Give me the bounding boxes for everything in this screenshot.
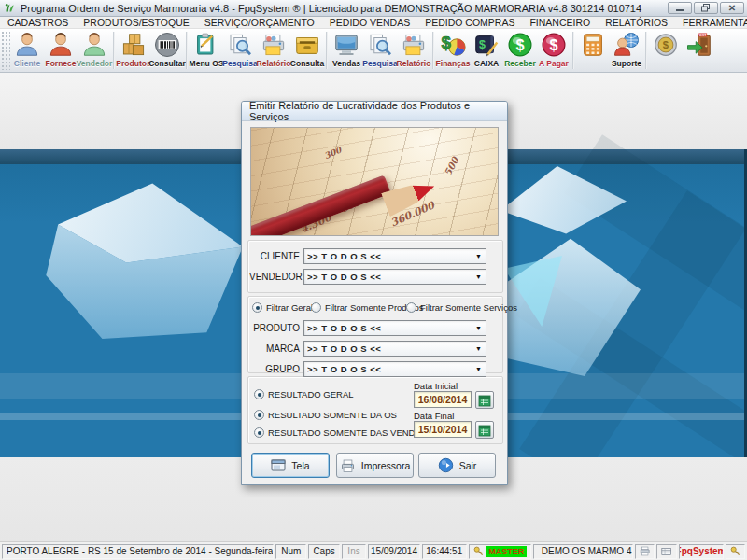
- status-time: 16:44:51: [422, 544, 467, 559]
- toolbar-button-vendedor[interactable]: Vendedor: [78, 29, 111, 72]
- exit-door-icon: EXIT: [685, 31, 713, 59]
- radio-filtrar-geral[interactable]: Filtrar Geral: [252, 302, 313, 313]
- data-inicial-calendar-button[interactable]: [475, 391, 494, 409]
- menu-cadastros[interactable]: CADASTROS: [0, 17, 76, 28]
- key-icon: [473, 546, 484, 556]
- toolbar-label: Cliente: [14, 59, 40, 68]
- toolbar-button-vendas[interactable]: Vendas: [330, 29, 363, 72]
- radio-icon: [254, 427, 264, 438]
- menu-relatorios[interactable]: RELATÓRIOS: [598, 17, 675, 28]
- status-company: DEMO OS MARMO 4.8: [533, 544, 633, 559]
- key-icon: [730, 546, 740, 556]
- toolbar-label: Menu OS: [190, 59, 224, 68]
- toolbar-divider: [326, 32, 328, 69]
- dialog-title-bar[interactable]: Emitir Relatório de Lucratividade dos Pr…: [242, 102, 507, 121]
- cliente-select[interactable]: >> T O D O S << ▼: [303, 248, 486, 264]
- radio-filtrar-somente-servicos[interactable]: Filtrar Somente Serviços: [406, 302, 517, 313]
- window-title: Programa Ordem de Serviço Marmoraria v4.…: [21, 3, 641, 14]
- search-doc-icon: [226, 31, 254, 59]
- status-insert: Ins: [342, 544, 366, 559]
- pay-dollar-icon: $: [540, 31, 568, 59]
- toolbar-button-consulta-os[interactable]: Consulta: [290, 29, 324, 72]
- restore-icon: [701, 4, 711, 12]
- printer-icon: [640, 546, 650, 556]
- toolbar-label: Pesquisa: [222, 59, 257, 68]
- drawer-icon: [293, 31, 321, 59]
- radio-icon: [254, 389, 264, 399]
- toolbar: Cliente Fornece Vendedor: [0, 29, 747, 73]
- close-icon: ✕: [728, 4, 736, 13]
- marca-select[interactable]: >> T O D O S << ▼: [303, 341, 486, 357]
- menu-pedido-vendas[interactable]: PEDIDO VENDAS: [322, 17, 417, 28]
- printer-icon: [340, 458, 356, 473]
- calculator-icon: [579, 31, 607, 59]
- grupo-select[interactable]: >> T O D O S << ▼: [303, 361, 486, 377]
- data-final-input[interactable]: 15/10/2014: [414, 421, 472, 438]
- toolbar-label: Vendas: [332, 59, 360, 68]
- toolbar-button-a-pagar[interactable]: $ A Pagar: [537, 29, 571, 72]
- status-brand: FpqSystem: [679, 544, 724, 559]
- finance-pie-icon: $: [439, 31, 467, 59]
- menu-servico-orcamento[interactable]: SERVIÇO/ORÇAMENTO: [197, 17, 322, 28]
- status-print-button[interactable]: [635, 544, 655, 559]
- toolbar-button-suporte[interactable]: Suporte: [610, 29, 643, 72]
- toolbar-button-receber[interactable]: $ Receber: [503, 29, 537, 72]
- produto-select[interactable]: >> T O D O S << ▼: [303, 320, 486, 336]
- monitor-icon: [332, 31, 360, 59]
- toolbar-button-calculadora[interactable]: [576, 29, 610, 72]
- supplier-person-icon: [47, 31, 75, 59]
- toolbar-button-pesquisa-os[interactable]: Pesquisa: [223, 29, 257, 72]
- seller-person-icon: [80, 31, 108, 59]
- impressora-button[interactable]: Impressora: [336, 453, 414, 478]
- radio-resultado-somente-os[interactable]: RESULTADO SOMENTE DA OS: [254, 410, 397, 420]
- radio-icon: [252, 302, 262, 313]
- toolbar-button-caixa[interactable]: $ CAIXA: [470, 29, 503, 72]
- toolbar-button-pesquisa-vendas[interactable]: Pesquisa: [363, 29, 397, 72]
- radio-resultado-geral[interactable]: RESULTADO GERAL: [254, 389, 354, 399]
- menu-financeiro[interactable]: FINANCEIRO: [522, 17, 598, 28]
- client-person-icon: [13, 31, 41, 59]
- report-printer-icon: [400, 31, 428, 59]
- search-doc-icon: [366, 31, 394, 59]
- menu-pedido-compras[interactable]: PEDIDO COMPRAS: [417, 17, 522, 28]
- form-grid-icon: [661, 547, 671, 556]
- data-inicial-input[interactable]: 16/08/2014: [414, 391, 472, 408]
- toolbar-button-moeda[interactable]: $: [649, 29, 683, 72]
- toolbar-button-menu-os[interactable]: Menu OS: [190, 29, 223, 72]
- vendedor-select[interactable]: >> T O D O S << ▼: [303, 269, 486, 285]
- status-date: 15/09/2014: [368, 544, 420, 559]
- calendar-icon: [478, 394, 491, 407]
- close-button[interactable]: ✕: [720, 2, 744, 14]
- toolbar-button-relatorio-os[interactable]: Relatório: [257, 29, 290, 72]
- toolbar-button-consultar[interactable]: Consultar: [150, 29, 184, 72]
- svg-text:$: $: [442, 33, 452, 52]
- status-num-lock: Num: [275, 544, 306, 559]
- status-location: PORTO ALEGRE - RS 15 de Setembro de 2014…: [2, 544, 274, 559]
- products-boxes-icon: [120, 31, 148, 59]
- grupo-label: GRUPO: [249, 364, 303, 374]
- minimize-button[interactable]: [668, 2, 692, 14]
- status-form-button[interactable]: [656, 544, 676, 559]
- toolbar-label: Produtos: [116, 59, 150, 68]
- status-user-name: MASTER: [486, 546, 527, 557]
- restore-button[interactable]: [694, 2, 718, 14]
- marca-label: MARCA: [249, 343, 303, 354]
- radio-resultado-somente-vendas[interactable]: RESULTADO SOMENTE DAS VENDAS: [254, 427, 427, 438]
- receive-dollar-icon: $: [506, 31, 534, 59]
- tela-button[interactable]: Tela: [251, 453, 330, 478]
- toolbar-button-financas[interactable]: $ Finanças: [436, 29, 470, 72]
- status-key-button[interactable]: [726, 544, 745, 559]
- toolbar-button-relatorio-vendas[interactable]: Relatório: [397, 29, 430, 72]
- sair-button[interactable]: Sair: [418, 453, 496, 478]
- menu-ferramentas[interactable]: FERRAMENTAS: [675, 17, 747, 28]
- menu-produtos-estoque[interactable]: PRODUTOS/ESTOQUE: [76, 17, 196, 28]
- data-final-calendar-button[interactable]: [475, 421, 494, 439]
- exit-arrow-icon: [438, 457, 454, 473]
- data-inicial-label: Data Inicial: [414, 381, 458, 391]
- produto-label: PRODUTO: [249, 323, 303, 333]
- toolbar-button-cliente[interactable]: Cliente: [10, 29, 44, 72]
- toolbar-button-sair-app[interactable]: EXIT: [683, 29, 716, 72]
- toolbar-button-produtos[interactable]: Produtos: [117, 29, 150, 72]
- toolbar-label: Receber: [504, 59, 536, 68]
- toolbar-button-fornecedor[interactable]: Fornece: [44, 29, 78, 72]
